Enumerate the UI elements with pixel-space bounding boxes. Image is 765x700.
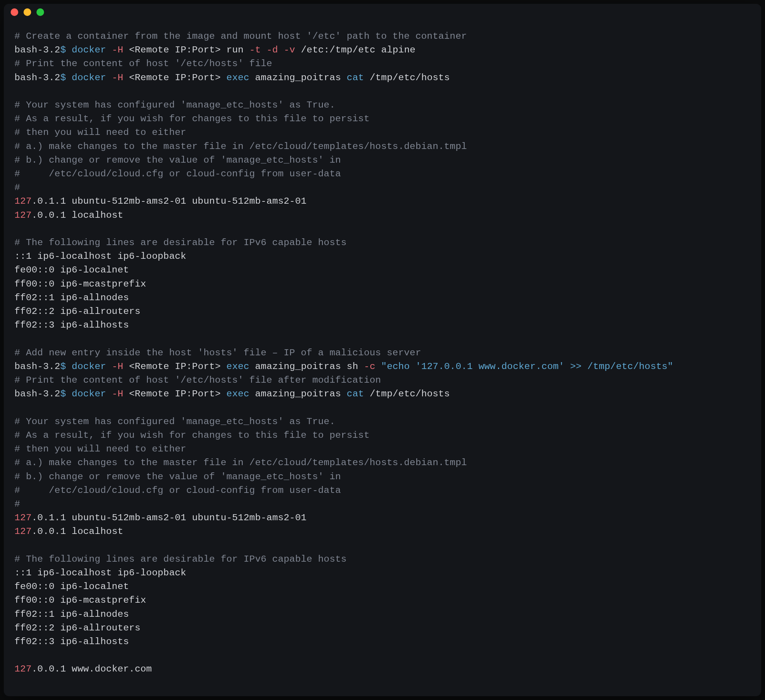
terminal-line: # The following lines are desirable for … xyxy=(14,236,751,250)
cmd-token-cmd: docker xyxy=(72,72,106,83)
output-text: ff02::1 ip6-allnodes xyxy=(14,292,129,303)
prompt-dollar: $ xyxy=(60,388,66,399)
cmd-token-arg: amazing_poitras xyxy=(255,388,341,399)
terminal-line: # xyxy=(14,181,751,195)
cmd-token-cmd: cat xyxy=(347,72,364,83)
window-zoom-button[interactable] xyxy=(36,8,44,16)
comment-text: # The following lines are desirable for … xyxy=(14,554,347,564)
comment-text: # b.) change or remove the value of 'man… xyxy=(14,155,341,165)
terminal-line: ff02::1 ip6-allnodes xyxy=(14,291,751,305)
ip-rest: .0.1.1 ubuntu-512mb-ams2-01 ubuntu-512mb… xyxy=(32,512,307,523)
comment-text: # Print the content of host '/etc/hosts'… xyxy=(14,58,272,69)
cmd-token-cmd: exec xyxy=(226,361,249,372)
window-titlebar xyxy=(4,4,761,21)
cmd-token-cmd: exec xyxy=(226,72,249,83)
output-text: ff00::0 ip6-mcastprefix xyxy=(14,279,146,289)
cmd-token-cmd: docker xyxy=(72,44,106,55)
cmd-token-flag: -v xyxy=(284,44,295,55)
terminal-line: ff00::0 ip6-mcastprefix xyxy=(14,277,751,291)
terminal-line: bash-3.2$ docker -H <Remote IP:Port> run… xyxy=(14,43,751,57)
terminal-line: ::1 ip6-localhost ip6-loopback xyxy=(14,250,751,263)
terminal-line: # then you will need to either xyxy=(14,126,751,139)
prompt-dollar: $ xyxy=(60,361,66,372)
cmd-token-str: "echo '127.0.0.1 www.docker.com' >> /tmp… xyxy=(381,361,673,372)
ip-octet: 127 xyxy=(14,512,32,523)
terminal-line: ff02::2 ip6-allrouters xyxy=(14,305,751,318)
comment-text: # Print the content of host '/etc/hosts'… xyxy=(14,375,381,385)
cmd-token-flag: -H xyxy=(112,72,123,83)
ip-octet: 127 xyxy=(14,210,32,220)
cmd-token-arg: /tmp/etc/hosts xyxy=(370,388,450,399)
prompt-host: bash-3.2 xyxy=(14,72,60,83)
terminal-line: # then you will need to either xyxy=(14,442,751,456)
terminal-line: bash-3.2$ docker -H <Remote IP:Port> exe… xyxy=(14,387,751,401)
terminal-line: # /etc/cloud/cloud.cfg or cloud-config f… xyxy=(14,484,751,497)
ip-octet: 127 xyxy=(14,526,32,537)
ip-rest: .0.0.1 localhost xyxy=(32,210,123,220)
terminal-line xyxy=(14,222,751,236)
ip-rest: .0.0.1 localhost xyxy=(32,526,123,537)
comment-text: # /etc/cloud/cloud.cfg or cloud-config f… xyxy=(14,168,341,179)
terminal-line: # /etc/cloud/cloud.cfg or cloud-config f… xyxy=(14,167,751,181)
terminal-line: 127.0.1.1 ubuntu-512mb-ams2-01 ubuntu-51… xyxy=(14,511,751,525)
output-text: ::1 ip6-localhost ip6-loopback xyxy=(14,567,186,578)
terminal-line: ff00::0 ip6-mcastprefix xyxy=(14,594,751,607)
comment-text: # then you will need to either xyxy=(14,443,186,454)
comment-text: # a.) make changes to the master file in… xyxy=(14,457,467,468)
cmd-token-flag: -d xyxy=(267,44,278,55)
comment-text: # Create a container from the image and … xyxy=(14,31,467,41)
terminal-line: # xyxy=(14,497,751,511)
terminal-window: # Create a container from the image and … xyxy=(4,4,761,696)
comment-text: # As a result, if you wish for changes t… xyxy=(14,430,370,440)
prompt-host: bash-3.2 xyxy=(14,388,60,399)
cmd-token-arg: /tmp/etc/hosts xyxy=(370,72,450,83)
cmd-token-flag: -H xyxy=(112,388,123,399)
comment-text: # b.) change or remove the value of 'man… xyxy=(14,471,341,482)
terminal-line: 127.0.0.1 localhost xyxy=(14,209,751,222)
prompt-host: bash-3.2 xyxy=(14,361,60,372)
output-text: fe00::0 ip6-localnet xyxy=(14,264,129,275)
terminal-line: ff02::3 ip6-allhosts xyxy=(14,635,751,649)
terminal-body[interactable]: # Create a container from the image and … xyxy=(4,21,761,687)
comment-text: # The following lines are desirable for … xyxy=(14,237,347,248)
ip-rest: .0.1.1 ubuntu-512mb-ams2-01 ubuntu-512mb… xyxy=(32,196,307,206)
prompt-host: bash-3.2 xyxy=(14,44,60,55)
terminal-line: # a.) make changes to the master file in… xyxy=(14,456,751,470)
terminal-line xyxy=(14,85,751,98)
prompt-dollar: $ xyxy=(60,44,66,55)
window-close-button[interactable] xyxy=(11,8,18,16)
cmd-token-arg: amazing_poitras xyxy=(255,361,341,372)
prompt-dollar: $ xyxy=(60,72,66,83)
comment-text: # As a result, if you wish for changes t… xyxy=(14,113,370,124)
comment-text: # Add new entry inside the host 'hosts' … xyxy=(14,347,421,358)
terminal-line: ff02::1 ip6-allnodes xyxy=(14,608,751,621)
output-text: ff02::3 ip6-allhosts xyxy=(14,636,129,647)
cmd-token-cmd: cat xyxy=(347,388,364,399)
terminal-line: # Your system has configured 'manage_etc… xyxy=(14,415,751,429)
terminal-line: # Print the content of host '/etc/hosts'… xyxy=(14,374,751,387)
cmd-token-flag: -H xyxy=(112,361,123,372)
terminal-line: ff02::2 ip6-allrouters xyxy=(14,621,751,635)
terminal-line: # As a result, if you wish for changes t… xyxy=(14,112,751,126)
terminal-line: fe00::0 ip6-localnet xyxy=(14,580,751,594)
terminal-line: # Create a container from the image and … xyxy=(14,30,751,43)
comment-text: # Your system has configured 'manage_etc… xyxy=(14,416,335,427)
cmd-token-arg: alpine xyxy=(381,44,415,55)
terminal-line: # As a result, if you wish for changes t… xyxy=(14,429,751,442)
terminal-line: # a.) make changes to the master file in… xyxy=(14,140,751,154)
comment-text: # /etc/cloud/cloud.cfg or cloud-config f… xyxy=(14,485,341,496)
ip-octet: 127 xyxy=(14,664,32,674)
comment-text: # xyxy=(14,182,20,193)
comment-text: # Your system has configured 'manage_etc… xyxy=(14,100,335,110)
output-text: ff02::1 ip6-allnodes xyxy=(14,609,129,619)
terminal-line: 127.0.0.1 localhost xyxy=(14,525,751,538)
terminal-line: ff02::3 ip6-allhosts xyxy=(14,318,751,332)
terminal-line: # Print the content of host '/etc/hosts'… xyxy=(14,57,751,71)
window-minimize-button[interactable] xyxy=(24,8,31,16)
cmd-token-arg: <Remote IP:Port> xyxy=(129,44,221,55)
terminal-line: # Add new entry inside the host 'hosts' … xyxy=(14,346,751,360)
comment-text: # then you will need to either xyxy=(14,127,186,138)
cmd-token-arg: sh xyxy=(347,361,358,372)
output-text: fe00::0 ip6-localnet xyxy=(14,581,129,592)
terminal-line xyxy=(14,539,751,553)
